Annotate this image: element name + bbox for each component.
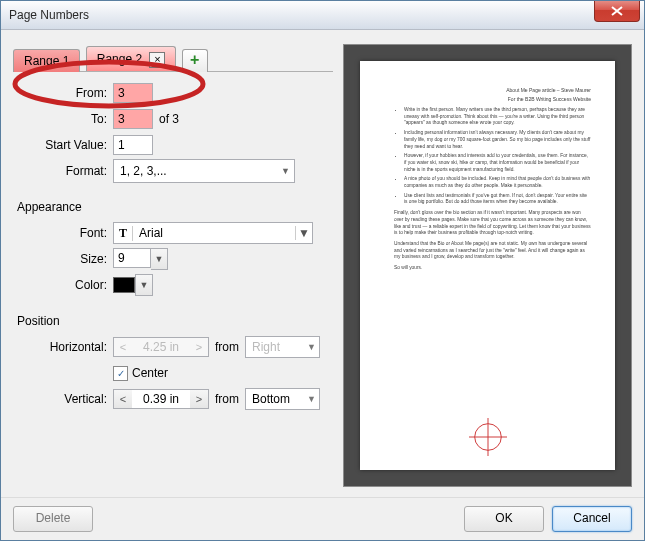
settings-panel: Range 1 Range 2 × + From: To: of 3 [13,40,333,491]
position-crosshair-icon [469,418,507,456]
center-label: Center [132,366,168,380]
color-label: Color: [13,278,113,292]
position-heading: Position [17,314,333,328]
preview-bullet: Including personal information isn't alw… [404,130,591,150]
preview-title-2: For the B2B Writing Success Website [394,96,591,103]
vertical-stepper[interactable]: < 0.39 in > [113,389,209,409]
delete-button[interactable]: Delete [13,506,93,532]
preview-bullet: However, if your hobbies and interests a… [404,153,591,173]
preview-bullet: Write in the first person. Many writers … [404,107,591,127]
preview-page: About Me Page article – Steve Maurer For… [360,61,615,470]
horizontal-from-value: Right [252,340,280,354]
preview-para: Finally, don't gloss over the bio sectio… [394,210,591,237]
preview-title-1: About Me Page article – Steve Maurer [394,87,591,94]
font-icon: T [114,226,133,241]
plus-icon: + [190,51,199,68]
size-dropdown-button[interactable]: ▼ [151,248,168,270]
chevron-down-icon: ▼ [307,394,316,404]
step-right-button: > [190,337,209,357]
preview-bullet: A nice photo of you should be included. … [404,176,591,189]
size-input[interactable] [113,248,151,268]
chevron-down-icon: ▼ [307,342,316,352]
format-value: 1, 2, 3,... [120,164,167,178]
horizontal-value: 4.25 in [132,337,190,357]
step-left-button: < [113,337,132,357]
vertical-from-value: Bottom [252,392,290,406]
of-text: of 3 [159,112,179,126]
tab-close-icon[interactable]: × [149,52,165,68]
range-tabs: Range 1 Range 2 × + [13,46,333,72]
close-button[interactable] [594,1,640,22]
horizontal-stepper: < 4.25 in > [113,337,209,357]
titlebar: Page Numbers [1,1,644,30]
color-swatch[interactable] [113,277,135,293]
chevron-down-icon: ▼ [295,226,312,240]
appearance-heading: Appearance [17,200,333,214]
chevron-down-icon: ▼ [281,166,290,176]
font-value: Arial [133,226,295,240]
tab-range-1[interactable]: Range 1 [13,49,80,72]
window-title: Page Numbers [9,8,89,22]
format-select[interactable]: 1, 2, 3,... ▼ [113,159,295,183]
add-range-button[interactable]: + [182,49,208,72]
from-text: from [215,340,239,354]
cancel-button[interactable]: Cancel [552,506,632,532]
vertical-from-select[interactable]: Bottom ▼ [245,388,320,410]
ok-button[interactable]: OK [464,506,544,532]
to-label: To: [13,112,113,126]
preview-bullet: Use client lists and testimonials if you… [404,193,591,206]
horizontal-from-select: Right ▼ [245,336,320,358]
from-label: From: [13,86,113,100]
font-label: Font: [13,226,113,240]
start-value-label: Start Value: [13,138,113,152]
step-right-button[interactable]: > [190,389,209,409]
size-label: Size: [13,252,113,266]
font-select[interactable]: T Arial ▼ [113,222,313,244]
preview-para: So will yours. [394,265,591,272]
preview-para: Understand that the Bio or About Me page… [394,241,591,261]
preview-frame: About Me Page article – Steve Maurer For… [343,44,632,487]
center-checkbox[interactable]: ✓ Center [113,366,168,381]
preview-panel: About Me Page article – Steve Maurer For… [343,40,632,491]
close-icon [611,6,623,16]
dialog-footer: Delete OK Cancel [1,497,644,540]
step-left-button[interactable]: < [113,389,132,409]
horizontal-label: Horizontal: [13,340,113,354]
from-text: from [215,392,239,406]
format-label: Format: [13,164,113,178]
color-dropdown-button[interactable]: ▼ [135,274,153,296]
checkbox-box: ✓ [113,366,128,381]
tab-label: Range 2 [97,52,142,66]
tab-range-2[interactable]: Range 2 × [86,46,177,71]
from-input[interactable] [113,83,153,103]
vertical-value: 0.39 in [132,389,190,409]
vertical-label: Vertical: [13,392,113,406]
tab-label: Range 1 [24,54,69,68]
preview-bullets: Write in the first person. Many writers … [404,107,591,206]
to-input[interactable] [113,109,153,129]
start-value-input[interactable] [113,135,153,155]
page-numbers-dialog: Page Numbers Range 1 Range 2 × + From: [0,0,645,541]
